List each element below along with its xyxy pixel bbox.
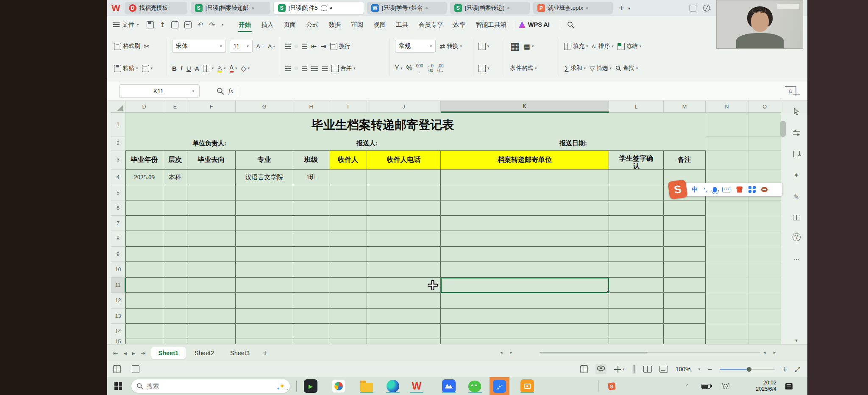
increase-indent-icon[interactable]: ⇥	[320, 42, 326, 50]
whiteboard-tool-icon[interactable]	[788, 210, 805, 225]
table-cell[interactable]	[441, 216, 609, 231]
row2-label-cell[interactable]: 报送人:	[293, 136, 441, 150]
align-bottom-icon[interactable]	[302, 44, 307, 49]
table-cell[interactable]	[367, 216, 441, 231]
document-tab[interactable]: D找稻壳模板	[125, 2, 187, 14]
table-cell[interactable]: 1班	[293, 170, 329, 185]
hscroll-left-icon[interactable]: ◂	[500, 350, 503, 355]
first-sheet-icon[interactable]: ⇤	[113, 350, 118, 356]
font-name-select[interactable]: 宋体▾	[172, 40, 226, 53]
restore-window-icon[interactable]	[690, 5, 696, 11]
table-cell[interactable]	[187, 324, 236, 339]
align-center-icon[interactable]	[295, 67, 298, 70]
table-cell[interactable]: 收件人	[329, 150, 367, 170]
table-cell[interactable]	[609, 216, 664, 231]
table-cell[interactable]: 毕业去向	[187, 150, 236, 170]
table-cell[interactable]	[441, 247, 609, 262]
table-cell[interactable]	[187, 339, 236, 344]
selected-cell-outline[interactable]	[441, 278, 609, 293]
sheet-tab-Sheet2[interactable]: Sheet2	[187, 347, 221, 359]
table-cell[interactable]	[293, 247, 329, 262]
worksheet-icon[interactable]: ▦	[510, 40, 520, 52]
table-cell[interactable]	[367, 262, 441, 278]
table-cell[interactable]: 层次	[163, 150, 187, 170]
help-icon[interactable]: ?	[788, 230, 805, 244]
document-tab[interactable]: P就业班会.pptx	[533, 2, 613, 14]
table-cell[interactable]	[609, 185, 664, 200]
taskbar-app-wps[interactable]: W	[409, 379, 424, 393]
table-cell[interactable]	[125, 262, 163, 278]
zoom-in-icon[interactable]: +	[782, 365, 787, 374]
export-icon[interactable]: ↥	[160, 21, 165, 29]
table-cell[interactable]	[664, 231, 706, 247]
table-cell[interactable]	[609, 324, 664, 339]
zoom-level[interactable]: 100%	[676, 366, 691, 373]
row-header-9[interactable]: 9	[111, 247, 125, 262]
font-size-select[interactable]: 11▾	[230, 40, 253, 53]
network-indicator[interactable]	[722, 377, 729, 395]
document-tab[interactable]: S[只读]档案转递邮	[191, 2, 270, 14]
table-cell[interactable]	[163, 185, 187, 200]
hamburger-icon[interactable]	[113, 22, 120, 27]
table-cell[interactable]	[187, 278, 236, 293]
table-cell[interactable]	[187, 262, 236, 278]
prev-sheet-icon[interactable]: ◂	[124, 350, 127, 356]
menu-item-效率[interactable]: 效率	[448, 16, 470, 33]
decrease-indent-icon[interactable]: ⇤	[311, 42, 317, 50]
convert-button[interactable]: ⇄转换▾	[440, 42, 462, 50]
print-preview-icon[interactable]	[184, 21, 192, 28]
table-cell[interactable]	[329, 247, 367, 262]
table-cell[interactable]: 本科	[163, 170, 187, 185]
new-tab-button[interactable]: +	[619, 3, 624, 13]
formula-input[interactable]	[238, 81, 785, 100]
ime-skin-icon[interactable]	[736, 186, 743, 193]
row-header-7[interactable]: 7	[111, 216, 125, 231]
table-cell[interactable]	[236, 293, 293, 309]
normal-view-icon[interactable]	[632, 364, 636, 374]
table-cell[interactable]: 学生签字确认	[609, 150, 664, 170]
table-cell[interactable]	[441, 309, 609, 324]
table-cell[interactable]	[329, 231, 367, 247]
table-cell[interactable]: 汉语言文学院	[236, 170, 293, 185]
row-header-4[interactable]: 4	[111, 170, 125, 185]
strikethrough-button[interactable]: A	[195, 65, 199, 72]
taskbar-app-edge[interactable]	[385, 379, 401, 393]
table-cell[interactable]	[329, 262, 367, 278]
currency-button[interactable]: ¥▾	[395, 64, 402, 72]
magic-wand-tool-icon[interactable]: ✦	[788, 168, 805, 182]
table-cell[interactable]	[609, 293, 664, 309]
row-header-6[interactable]: 6	[111, 200, 125, 216]
name-box[interactable]: K11▾	[119, 84, 200, 98]
table-cell[interactable]	[293, 293, 329, 309]
align-right-icon[interactable]	[302, 66, 307, 71]
table-cell[interactable]	[293, 324, 329, 339]
wps-home-icon[interactable]: W	[111, 2, 120, 14]
accessibility-check-icon[interactable]	[132, 365, 139, 373]
more-tools-icon[interactable]: ⋯	[788, 252, 805, 266]
table-cell[interactable]	[441, 170, 609, 185]
column-header-L[interactable]: L	[609, 101, 664, 113]
table-cell[interactable]	[609, 309, 664, 324]
table-cell[interactable]	[609, 231, 664, 247]
table-cell[interactable]	[329, 200, 367, 216]
table-cell[interactable]	[367, 200, 441, 216]
table-cell[interactable]	[664, 200, 706, 216]
table-cell[interactable]	[163, 231, 187, 247]
taskbar-app-suite[interactable]	[331, 379, 346, 393]
table-cell[interactable]	[125, 293, 163, 309]
table-cell[interactable]	[441, 339, 609, 344]
table-cell[interactable]	[236, 309, 293, 324]
table-cell[interactable]	[125, 339, 163, 344]
table-cell[interactable]	[609, 278, 664, 293]
row-header-10[interactable]: 10	[111, 262, 125, 278]
table-cell[interactable]	[664, 247, 706, 262]
add-sheet-button[interactable]: +	[263, 348, 267, 358]
menu-item-会员专享[interactable]: 会员专享	[413, 16, 448, 33]
table-cell[interactable]	[236, 200, 293, 216]
increase-decimal-icon[interactable]: ←0.00	[427, 64, 434, 73]
settings-tool-icon[interactable]	[788, 125, 805, 140]
name-box-caret-icon[interactable]: ▾	[192, 89, 194, 93]
distributed-icon[interactable]	[322, 66, 328, 71]
table-cell[interactable]	[664, 262, 706, 278]
format-painter-button[interactable]: 格式刷	[114, 42, 140, 50]
